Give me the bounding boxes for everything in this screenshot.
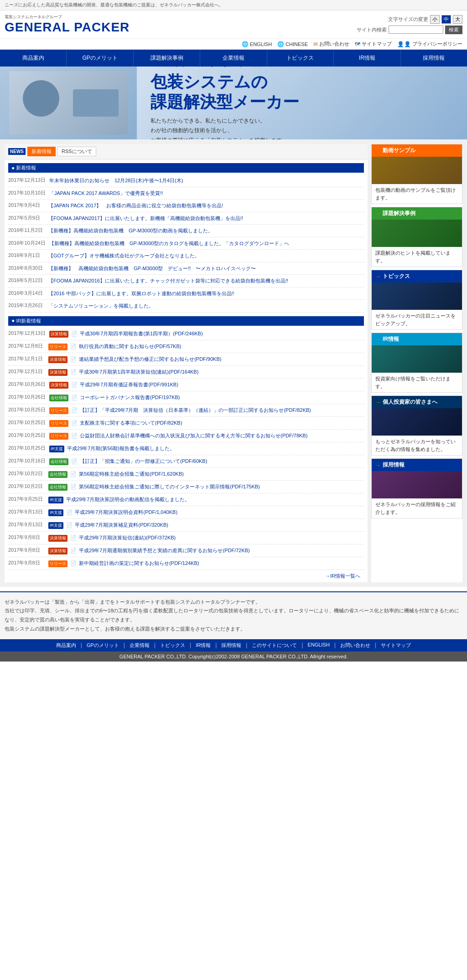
ir-link[interactable]: 【訂正】「招集ご通知」の一部修正について(PDF/60KB) [80,458,207,464]
sidebar-card-body: ゼネラルパッカーの注目ニュースをピックアップ。 [372,310,462,329]
ir-link[interactable]: 平成29年7月期(第56期)報告書を掲載しました。 [67,446,175,451]
list-item: 2016年8月30日 【新機種】 高機能給袋自動包装機 GP-M3000型 デビ… [8,262,364,275]
header: 電装システムカーネルグループ GENERAL PACKER 文字サイズの変更 小… [0,10,467,39]
pdf-icon: 📄 [71,382,78,387]
logo-main: GENERAL PACKER [5,20,130,35]
lang-chinese[interactable]: 🌐 CHINESE [277,41,308,47]
news-link[interactable]: 【新機種】高機能給袋自動包装機 GP-M3000型のカタログを掲載しました。「カ… [49,240,289,247]
news-link[interactable]: 【FOOMA JAPAN2016】に出展いたします。チャック付ガゼット袋等に対応… [48,277,288,285]
pdf-icon: 📄 [70,471,77,477]
footer-nav-ir[interactable]: IR情報 [196,642,211,649]
pdf-icon: 📄 [71,395,78,400]
news-link[interactable]: 【JAPAN PACK 2017】 お客様の商品企画に役立つ給袋自動包装機等を出… [48,202,223,210]
font-medium-btn[interactable]: 中 [441,15,451,24]
ir-link[interactable]: 平成29年7月期決算説明会の動画配信を掲載しました。 [66,497,190,502]
main-nav: 商品案内 GPのメリット 課題解決事例 企業情報 トピックス IR情報 採用情報 [0,50,467,67]
sidebar-card-investors: → 個人投資家の皆さまへ もっとゼネラルパッカーを知っていただく為の情報を集めま… [371,395,462,456]
footer-nav-topics[interactable]: トピックス [160,642,185,649]
ir-link[interactable]: 新中期経営計画の策定に関するお知らせ(PDF/124KB) [79,560,199,566]
list-item: 2017年9月25日 IR支援 平成29年7月期決算説明会の動画配信を掲載しまし… [8,493,364,506]
news-link[interactable]: 【新機種】 高機能給袋自動包装機 GP-M3000型 デビュー!! 〜メカトロハ… [48,265,256,272]
ir-item-content: リリース 📄 公益財団法人財務会計基準機構への加入状況及び加入に関する考え方等に… [49,432,307,440]
ir-link[interactable]: 平成30年7月期四半期報告書(第1四半期）(PDF/246KB) [80,331,203,336]
nav-recruit[interactable]: 採用情報 [401,50,467,67]
list-item: 2017年9月4日 【JAPAN PACK 2017】 お客様の商品企画に役立つ… [8,200,364,212]
ir-link[interactable]: 平成29年7月期決算短信(連結)(PDF/372KB) [79,535,176,540]
ir-link[interactable]: 支配株主等に関する事項について(PDF/82KB) [80,420,182,426]
sidebar-card-header[interactable]: → 課題解決事例 [372,207,462,220]
ir-link[interactable]: 執行役員の異動に関するお知らせ(PDF/57KB) [79,344,181,349]
news-link[interactable]: 【GOTグループ】オサ機械株式会社がグループ会社となりました。 [48,252,200,260]
footer-nav-company[interactable]: 企業情報 [130,642,150,649]
nav-company[interactable]: 企業情報 [200,50,267,67]
ir-item-content: 会社情報 📄 第56期定時株主総会招集ご通知に際してのインターネット開示情報(P… [48,483,260,491]
nav-solutions[interactable]: 課題解決事例 [134,50,200,67]
news-link[interactable]: 「システムソリューション」を掲載しました。 [48,302,154,310]
ir-link[interactable]: 【訂正】「平成29年7月期 決算短信（日本基準）（連結）」の一部訂正に関するお知… [80,407,311,413]
footer-nav-about-site[interactable]: このサイトについて [252,642,297,649]
news-link[interactable]: 「JAPAN PACK 2017 AWARDS」で優秀賞を受賞!! [49,190,163,197]
font-small-btn[interactable]: 小 [430,15,440,24]
search-button[interactable]: 検索 [445,26,462,34]
ir-link[interactable]: 公益財団法人財務会計基準機構への加入状況及び加入に関する考え方等に関するお知らせ… [80,433,307,438]
lang-contact[interactable]: ✉ お問い合わせ [313,41,349,47]
lang-sitemap[interactable]: 🗺 サイトマップ [355,41,392,47]
list-item: 2017年10月16日 会社情報 📄 【訂正】「招集ご通知」の一部修正について(… [8,455,364,468]
search-area: サイト内検索 検索 [357,26,462,34]
list-item: 2017年10月2日 会社情報 📄 第56期定時株主総会招集ご通知に際してのイン… [8,481,364,493]
nav-merits[interactable]: GPのメリット [67,50,133,67]
sidebar-card-image [372,471,462,498]
ir-link[interactable]: コーポレートガバナンス報告書(PDF/197KB) [80,395,180,400]
ir-link[interactable]: 第56期定時株主総会招集ご通知(PDF/1,620KB) [79,471,184,477]
list-item: 2016年5月12日 【FOOMA JAPAN2016】に出展いたします。チャッ… [8,275,364,287]
sidebar-card-header[interactable]: → 動画サンプル [372,144,462,157]
badge-ir: IR支援 [48,522,63,529]
sidebar-card-image [372,408,462,436]
lang-english[interactable]: 🌐 ENGLISH [242,41,272,47]
sidebar-card-header[interactable]: → トピックス [372,270,462,282]
sidebar-card-header[interactable]: → 採用情報 [372,459,462,471]
sidebar-card-header[interactable]: → 個人投資家の皆さまへ [372,396,462,408]
pdf-icon: 📄 [70,369,77,375]
font-large-btn[interactable]: 大 [453,15,462,24]
hero-image [0,67,137,139]
hero-title: 包装システムの課題解決型メーカー [150,72,453,111]
footer-nav-english[interactable]: ENGLISH [308,642,330,649]
ir-link[interactable]: 第56期定時株主総会招集ご通知に際してのインターネット開示情報(PDF/175K… [79,484,260,489]
sidebar-card-body: 包装機の動画のサンプルをご覧頂けます。 [372,184,462,204]
tab-rss[interactable]: RSSについて [57,147,96,156]
footer-nav-merits[interactable]: GPのメリット [87,642,119,649]
nav-topics[interactable]: トピックス [267,50,334,67]
ir-item-content: 決算情報 📄 平成29年7月期決算短信(連結)(PDF/372KB) [48,534,176,542]
footer-nav-sitemap[interactable]: サイトマップ [381,642,411,649]
ir-more-link[interactable]: →IR情報一覧へ [8,570,364,582]
nav-ir[interactable]: IR情報 [334,50,400,67]
ir-link[interactable]: 平成30年7月期第1四半期決算短信(連結)(PDF/164KB) [79,369,198,375]
lang-privacy[interactable]: 👤👤 プライバシーポリシー [397,41,462,47]
news-link[interactable]: 【2016 中部パック】に出展します。双腕ロボット連動の給袋自動包装機等を出品!… [48,290,234,298]
footer-nav-contact[interactable]: お問い合わせ [340,642,370,649]
sidebar-card-header[interactable]: → IR情報 [372,333,462,345]
list-item: 2016年10月24日 【新機種】高機能給袋自動包装機 GP-M3000型のカタ… [8,237,364,250]
footer-nav-products[interactable]: 商品案内 [56,642,76,649]
footer-nav-recruit[interactable]: 採用情報 [221,642,241,649]
hero-text: 「製造」から「出荷」までをトータルサポート 包装システムの課題解決型メーカー 私… [137,67,467,139]
ir-item-content: IR支援 📄 平成29年7月期決算補足資料(PDF/320KB) [48,521,168,529]
ir-link[interactable]: 平成29年7月期決算説明会資料(PDF/1,040KB) [75,509,177,515]
news-link[interactable]: 年末年始休業日のお知らせ 12月28日(木)午後〜1月4日(木) [49,177,183,185]
badge-kessan: 決算情報 [48,356,67,363]
sidebar-card-body: 課題解決のヒントを掲載しています。 [372,247,462,267]
ir-item-content: リリース 📄 執行役員の異動に関するお知らせ(PDF/57KB) [48,343,181,350]
ir-link[interactable]: 平成29年7月期通期個別業績予想と実績の差異に関するお知らせ(PDF/72KB) [79,548,250,553]
tab-new-info[interactable]: 新着情報 [27,147,56,156]
ir-link[interactable]: 平成29年7月期有価証券報告書(PDF/991KB) [80,382,178,387]
main-content: NEWS 新着情報 RSSについて 新着情報 2017年12月13日 年末年始休… [5,144,368,582]
ir-link[interactable]: 平成29年7月期決算補足資料(PDF/320KB) [75,522,168,528]
ir-link[interactable]: 連結業績予想及び配当予想の修正に関するお知らせ(PDF/90KB) [79,356,221,362]
news-link[interactable]: 【新機種】高機能給袋自動包装機 GP-M3000型の動画を掲載しました。 [48,227,213,235]
news-link[interactable]: 【FOOMA JAPAN2017】に出展いたします。新機種「高機能給袋自動包装機… [48,215,243,222]
nav-products[interactable]: 商品案内 [0,50,67,67]
ir-item-content: 決算情報 📄 平成30年7月期第1四半期決算短信(連結)(PDF/164KB) [48,368,198,376]
search-input[interactable] [389,26,443,34]
sidebar-card-body: 投資家向け情報をご覧いただけます。 [372,373,462,392]
